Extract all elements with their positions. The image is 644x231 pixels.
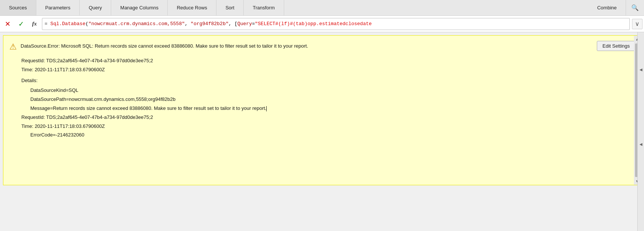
tab-sort[interactable]: Sort: [216, 0, 244, 15]
ribbon-spacer: [284, 0, 588, 15]
formula-prefix: = Sql.Database("nowcrmuat.crm.dynamics.c…: [45, 21, 372, 27]
tab-combine[interactable]: Combine: [588, 0, 626, 15]
tab-reduce-rows-label: Reduce Rows: [177, 5, 207, 10]
formula-input-wrap[interactable]: = Sql.Database("nowcrmuat.crm.dynamics.c…: [42, 18, 630, 30]
formula-expand-button[interactable]: ∨: [632, 19, 643, 29]
tab-combine-label: Combine: [597, 5, 617, 10]
error-datasource-kind: DataSourceKind=SQL: [30, 87, 633, 94]
formula-bar: ✕ ✓ fx = Sql.Database("nowcrmuat.crm.dyn…: [0, 16, 644, 32]
search-icon: 🔍: [631, 4, 639, 11]
error-code: ErrorCode=-2146232060: [30, 131, 633, 139]
tab-sources-label: Sources: [9, 5, 27, 10]
error-request-id-1: RequestId: TDS;2a2af645-4e07-47b4-a734-9…: [21, 57, 633, 65]
error-request-id-2: RequestId: TDS;2a2af645-4e07-47b4-a734-9…: [21, 114, 633, 122]
tab-transform[interactable]: Transform: [244, 0, 284, 15]
fx-label: fx: [32, 21, 37, 27]
error-time-1: Time: 2020-11-11T17:18:03.6790600Z: [21, 66, 633, 74]
error-time-2: Time: 2020-11-11T17:18:03.6790600Z: [21, 123, 633, 130]
collapse-down-arrow[interactable]: ◀: [639, 141, 643, 148]
expand-icon: ∨: [635, 20, 640, 27]
error-title: DataSource.Error: Microsoft SQL: Return …: [21, 42, 308, 50]
tab-manage-columns-label: Manage Columns: [120, 5, 158, 10]
edit-settings-label: Edit Settings: [602, 43, 630, 49]
search-button[interactable]: 🔍: [626, 0, 644, 15]
error-details-label: Details:: [21, 77, 633, 85]
ribbon-tabs: Sources Parameters Query Manage Columns …: [0, 0, 644, 16]
error-panel: Edit Settings ⚠ DataSource.Error: Micros…: [3, 35, 641, 185]
side-panel-arrows: ◀ ◀: [637, 32, 644, 231]
error-header: ⚠ DataSource.Error: Microsoft SQL: Retur…: [9, 42, 633, 51]
tab-transform-label: Transform: [253, 5, 275, 10]
tab-sources[interactable]: Sources: [0, 0, 36, 15]
error-datasource-path: DataSourcePath=nowcrmuat.crm.dynamics.co…: [30, 96, 633, 104]
cancel-button[interactable]: ✕: [1, 18, 13, 30]
tab-sort-label: Sort: [225, 5, 234, 10]
collapse-up-arrow[interactable]: ◀: [639, 66, 643, 73]
tab-query-label: Query: [89, 5, 102, 10]
edit-settings-button[interactable]: Edit Settings: [597, 41, 635, 51]
warning-icon: ⚠: [9, 43, 17, 51]
error-details: RequestId: TDS;2a2af645-4e07-47b4-a734-9…: [21, 57, 633, 140]
tab-reduce-rows[interactable]: Reduce Rows: [168, 0, 216, 15]
tab-query[interactable]: Query: [80, 0, 111, 15]
tab-manage-columns[interactable]: Manage Columns: [111, 0, 168, 15]
main-content: Edit Settings ⚠ DataSource.Error: Micros…: [0, 32, 644, 231]
tab-parameters-label: Parameters: [45, 5, 70, 10]
fx-button[interactable]: fx: [28, 18, 40, 30]
error-message: Message=Return records size cannot excee…: [30, 105, 633, 112]
confirm-button[interactable]: ✓: [15, 18, 27, 30]
text-cursor: [266, 106, 267, 111]
tab-parameters[interactable]: Parameters: [36, 0, 80, 15]
